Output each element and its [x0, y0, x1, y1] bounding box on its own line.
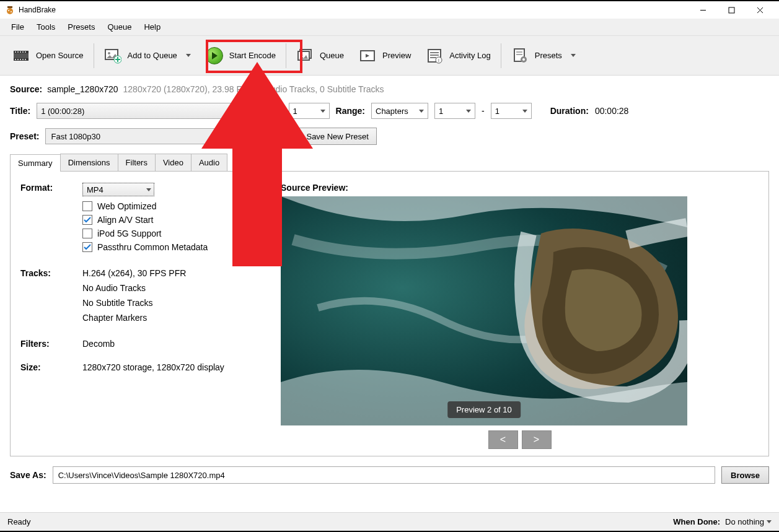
preview-counter: Preview 2 of 10 — [447, 401, 521, 418]
preview-icon — [359, 47, 376, 64]
tab-video[interactable]: Video — [155, 154, 191, 171]
tracks-info: H.264 (x264), 30 FPS PFR No Audio Tracks… — [82, 268, 256, 323]
preview-button[interactable]: Preview — [351, 41, 418, 71]
svg-point-41 — [522, 58, 525, 61]
checkbox-icon — [82, 215, 92, 225]
gear-document-icon — [511, 47, 529, 64]
close-button[interactable] — [746, 1, 774, 19]
when-done-label: When Done: — [673, 517, 720, 526]
checkbox-icon — [82, 229, 92, 238]
menu-file[interactable]: File — [5, 20, 30, 34]
svg-rect-18 — [20, 59, 21, 60]
save-path-input[interactable] — [53, 466, 715, 484]
play-icon — [206, 47, 223, 64]
app-icon — [5, 5, 15, 15]
menu-bar: File Tools Presets Queue Help — [0, 19, 779, 36]
window-title: HandBrake — [19, 6, 56, 14]
source-info: Source: sample_1280x720 1280x720 (1280x7… — [10, 84, 769, 94]
source-details: 1280x720 (1280x720), 23.98 FPS, 0 Audio … — [123, 84, 384, 94]
svg-point-22 — [108, 52, 110, 55]
preview-next-button[interactable]: > — [522, 430, 552, 449]
queue-button[interactable]: Queue — [289, 41, 351, 71]
svg-rect-17 — [17, 59, 19, 60]
svg-rect-5 — [729, 7, 734, 13]
log-icon: i — [426, 47, 443, 64]
svg-point-2 — [8, 10, 9, 11]
svg-rect-1 — [7, 6, 12, 8]
maximize-button[interactable] — [717, 1, 746, 19]
tabs: Summary Dimensions Filters Video Audio — [10, 154, 769, 172]
presets-button[interactable]: Presets — [504, 41, 583, 71]
chevron-down-icon — [571, 54, 576, 57]
chevron-down-icon — [186, 54, 191, 57]
tab-audio[interactable]: Audio — [191, 154, 227, 171]
presets-label: Presets — [535, 51, 562, 60]
film-icon — [12, 47, 30, 64]
save-new-preset-button[interactable]: Save New Preset — [298, 128, 376, 145]
when-done-dropdown[interactable]: Do nothing — [725, 517, 772, 526]
svg-rect-11 — [15, 51, 16, 53]
menu-tools[interactable]: Tools — [30, 20, 61, 34]
minimize-button[interactable] — [689, 1, 717, 19]
status-bar: Ready When Done: Do nothing — [0, 512, 779, 531]
duration-value: 00:00:28 — [595, 106, 629, 116]
menu-help[interactable]: Help — [138, 20, 167, 34]
range-type-dropdown[interactable]: Chapters — [371, 103, 428, 119]
tab-summary[interactable]: Summary — [10, 154, 61, 172]
range-label: Range: — [336, 106, 365, 116]
toolbar-separator — [94, 43, 94, 68]
filters-value: Decomb — [82, 339, 256, 349]
title-label: Title: — [10, 106, 30, 116]
range-from-dropdown[interactable]: 1 — [434, 103, 475, 119]
title-bar: HandBrake — [0, 0, 779, 19]
range-to-dropdown[interactable]: 1 — [491, 103, 532, 119]
duration-label: Duration: — [550, 106, 589, 116]
svg-rect-13 — [20, 51, 21, 53]
svg-point-3 — [11, 11, 12, 12]
svg-point-0 — [7, 8, 13, 14]
size-label: Size: — [20, 362, 82, 372]
align-av-checkbox[interactable]: Align A/V Start — [82, 215, 256, 225]
tab-filters[interactable]: Filters — [118, 154, 156, 171]
source-label: Source: — [10, 84, 42, 94]
queue-label: Queue — [320, 51, 344, 60]
svg-rect-20 — [25, 59, 26, 60]
size-value: 1280x720 storage, 1280x720 display — [82, 362, 256, 372]
toolbar: Open Source Add to Queue Start Encode Qu… — [0, 36, 779, 76]
add-to-queue-button[interactable]: Add to Queue — [97, 41, 198, 71]
save-as-label: Save As: — [10, 470, 46, 480]
range-separator: - — [482, 106, 485, 116]
tracks-label: Tracks: — [20, 268, 82, 323]
activity-log-label: Activity Log — [449, 51, 490, 60]
open-source-label: Open Source — [36, 51, 84, 60]
tab-dimensions[interactable]: Dimensions — [60, 154, 118, 171]
angle-dropdown[interactable]: 1 — [289, 103, 330, 119]
preset-field[interactable] — [45, 128, 292, 144]
checkbox-icon — [82, 201, 92, 211]
preview-label: Preview — [382, 51, 411, 60]
activity-log-button[interactable]: i Activity Log — [418, 41, 498, 71]
toolbar-separator — [501, 43, 501, 68]
source-name: sample_1280x720 — [47, 84, 118, 94]
web-optimized-checkbox[interactable]: Web Optimized — [82, 201, 256, 211]
format-dropdown[interactable]: MP4 — [82, 183, 154, 196]
menu-queue[interactable]: Queue — [101, 20, 138, 34]
start-encode-label: Start Encode — [229, 51, 276, 60]
svg-text:i: i — [438, 58, 439, 63]
picture-add-icon — [104, 47, 121, 64]
svg-point-28 — [301, 54, 303, 56]
preview-prev-button[interactable]: < — [488, 430, 518, 449]
ipod-checkbox[interactable]: iPod 5G Support — [82, 229, 256, 238]
svg-rect-14 — [22, 51, 24, 53]
passthru-checkbox[interactable]: Passthru Common Metadata — [82, 242, 256, 252]
browse-button[interactable]: Browse — [721, 466, 769, 484]
checkbox-icon — [82, 242, 92, 252]
filters-label: Filters: — [20, 339, 82, 349]
open-source-button[interactable]: Open Source — [5, 41, 91, 71]
menu-presets[interactable]: Presets — [61, 20, 101, 34]
add-to-queue-label: Add to Queue — [128, 51, 177, 60]
toolbar-separator — [286, 43, 286, 68]
start-encode-button[interactable]: Start Encode — [198, 41, 283, 71]
preview-image: Preview 2 of 10 — [281, 196, 687, 425]
title-dropdown[interactable]: 1 (00:00:28) — [37, 103, 247, 119]
